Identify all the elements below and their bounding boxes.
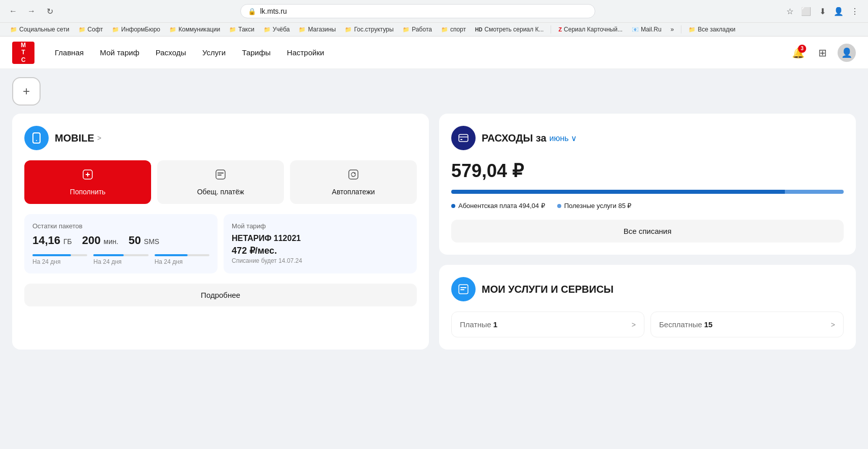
bookmark-folder-icon: 📁: [229, 26, 236, 33]
free-services-label: Бесплатные: [659, 320, 702, 329]
notification-badge: 3: [798, 45, 806, 53]
bookmark-study[interactable]: 📁 Учёба: [260, 25, 294, 34]
mobile-card-icon: [24, 126, 49, 150]
sms-days: На 24 дня: [155, 258, 209, 265]
packages-label: Остатки пакетов: [32, 222, 209, 230]
paid-services-label: Платные: [460, 320, 491, 329]
bookmark-comms[interactable]: 📁 Коммуникации: [165, 25, 224, 34]
bookmark-label: Магазины: [308, 26, 336, 33]
bookmark-label: Работа: [412, 26, 432, 33]
paid-services-info: Платные 1: [460, 320, 497, 329]
tariff-card: Мой тариф НЕТАРИФ 112021 472 ₽/мес. Спис…: [224, 214, 417, 273]
site-nav: Главная Мой тариф Расходы Услуги Тарифы …: [47, 44, 332, 61]
profile-button[interactable]: 👤: [831, 4, 846, 18]
bookmark-label: Такси: [238, 26, 255, 33]
bookmark-more[interactable]: »: [667, 25, 678, 34]
bookmark-label: »: [671, 26, 674, 33]
bookmark-serial-cards[interactable]: Z Сериал Карточный...: [554, 25, 627, 34]
grid-button[interactable]: ⊞: [813, 44, 831, 62]
bookmark-mailru[interactable]: 📧 Mail.Ru: [628, 25, 666, 34]
legend-dot-lightblue: [557, 204, 561, 208]
free-services-item[interactable]: Бесплатные 15 >: [650, 312, 844, 337]
bookmark-folder-icon: 📁: [10, 26, 17, 33]
bookmark-taxi[interactable]: 📁 Такси: [225, 25, 259, 34]
bookmarks-bar: 📁 Социальные сети 📁 Софт 📁 ИнформБюро 📁 …: [0, 22, 868, 36]
nav-expenses[interactable]: Расходы: [148, 44, 194, 61]
bookmark-infoburo[interactable]: 📁 ИнформБюро: [108, 25, 164, 34]
main-content: MOBILE > Пополнить: [0, 114, 868, 362]
topup-button[interactable]: Пополнить: [24, 160, 151, 204]
details-button[interactable]: Подробнее: [24, 284, 417, 306]
bookmark-folder-icon: 📁: [403, 26, 410, 33]
paid-services-item[interactable]: Платные 1 >: [451, 312, 644, 337]
topup-icon: [82, 168, 94, 184]
add-account-button[interactable]: +: [12, 77, 41, 106]
bookmark-sport[interactable]: 📁 спорт: [437, 25, 470, 34]
svg-rect-8: [349, 170, 358, 179]
bookmark-mail-icon: 📧: [632, 26, 639, 33]
promised-payment-button[interactable]: Обещ. платёж: [157, 160, 284, 204]
toolbar-icons: ☆ ⬜ ⬇ 👤 ⋮: [783, 4, 862, 18]
nav-tariffs[interactable]: Тарифы: [234, 44, 279, 61]
bookmark-shops[interactable]: 📁 Магазины: [295, 25, 340, 34]
download-button[interactable]: ⬇: [815, 4, 829, 18]
bookmark-soft[interactable]: 📁 Софт: [75, 25, 107, 34]
bookmark-folder-icon: 📁: [79, 26, 86, 33]
bookmark-label: Все закладки: [698, 26, 735, 33]
nav-my-tariff[interactable]: Мой тариф: [92, 44, 148, 61]
back-button[interactable]: ←: [6, 4, 20, 18]
avatar-button[interactable]: 👤: [838, 44, 856, 62]
svg-rect-11: [460, 139, 462, 140]
mobile-card-title: MOBILE: [55, 132, 94, 144]
bookmark-serial-hd[interactable]: HD Смотреть сериал К...: [471, 25, 548, 34]
nav-home[interactable]: Главная: [47, 44, 92, 61]
add-account-area: +: [0, 69, 868, 114]
mts-logo[interactable]: МТС: [12, 42, 34, 64]
mts-logo-text: МТС: [21, 42, 26, 63]
data-package: 14,16 ГБ: [32, 234, 72, 247]
browser-toolbar: ← → ↻ 🔒 lk.mts.ru ☆ ⬜ ⬇ 👤 ⋮: [0, 0, 868, 22]
mobile-title-link[interactable]: MOBILE >: [55, 132, 101, 144]
extensions-button[interactable]: ⬜: [799, 4, 813, 18]
packages-row: Остатки пакетов 14,16 ГБ 200 мин. 50 SMS: [24, 214, 417, 273]
expenses-month[interactable]: июнь ∨: [550, 133, 577, 143]
free-services-info: Бесплатные 15: [659, 320, 712, 329]
data-days: На 24 дня: [32, 258, 87, 265]
autopayment-button[interactable]: Автоплатежи: [290, 160, 417, 204]
notification-button[interactable]: 🔔 3: [789, 44, 807, 62]
legend-subscription-label: Абонентская плата 494,04 ₽: [458, 202, 545, 210]
services-row: Платные 1 > Бесплатные 15 >: [451, 312, 844, 337]
site-header: МТС Главная Мой тариф Расходы Услуги Тар…: [0, 37, 868, 69]
expense-progress-bar: [451, 190, 844, 194]
bookmark-social[interactable]: 📁 Социальные сети: [6, 25, 74, 34]
menu-button[interactable]: ⋮: [848, 4, 862, 18]
expense-bar-main: [451, 190, 785, 194]
legend-services-label: Полезные услуги 85 ₽: [564, 202, 632, 210]
data-unit: ГБ: [63, 237, 72, 246]
mobile-card: MOBILE > Пополнить: [12, 114, 429, 350]
all-charges-button[interactable]: Все списания: [451, 220, 844, 243]
tariff-label: Мой тариф: [232, 222, 409, 230]
bookmark-separator: [551, 25, 551, 33]
bookmark-gov[interactable]: 📁 Гос.структуры: [341, 25, 397, 34]
services-card-title: МОИ УСЛУГИ И СЕРВИСЫ: [482, 284, 613, 295]
bookmark-label: Сериал Карточный...: [564, 26, 623, 33]
address-bar[interactable]: 🔒 lk.mts.ru: [240, 4, 595, 18]
packages-info-card: Остатки пакетов 14,16 ГБ 200 мин. 50 SMS: [24, 214, 218, 273]
autopay-label: Автоплатежи: [332, 188, 375, 196]
bookmark-all[interactable]: 📁 Все закладки: [684, 25, 739, 34]
bookmark-work[interactable]: 📁 Работа: [399, 25, 436, 34]
topup-label: Пополнить: [70, 188, 105, 196]
reload-button[interactable]: ↻: [43, 4, 57, 18]
data-value: 14,16: [32, 234, 60, 247]
tariff-date: Списание будет 14.07.24: [232, 257, 409, 264]
mobile-action-row: Пополнить Обещ. платёж: [24, 160, 417, 204]
nav-settings[interactable]: Настройки: [279, 44, 333, 61]
expenses-card-icon: [451, 126, 476, 150]
forward-button[interactable]: →: [24, 4, 39, 18]
svg-point-1: [36, 140, 37, 141]
free-services-count: 15: [704, 320, 713, 329]
bookmark-page-icon: Z: [558, 26, 562, 32]
nav-services[interactable]: Услуги: [194, 44, 234, 61]
star-button[interactable]: ☆: [783, 4, 797, 18]
